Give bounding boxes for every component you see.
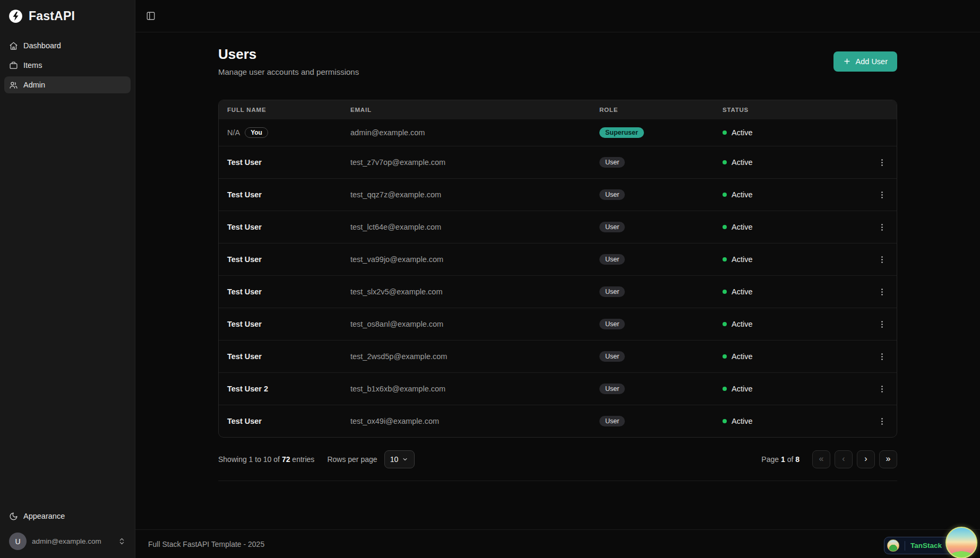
- status-dot-icon: [723, 322, 727, 326]
- table-row: Test Usertest_va99jo@example.comUserActi…: [219, 243, 897, 275]
- role-badge: User: [599, 254, 625, 265]
- add-user-button[interactable]: Add User: [833, 51, 897, 72]
- first-page-button[interactable]: «: [812, 450, 830, 468]
- chevron-down-icon: [402, 456, 408, 463]
- cell-email: test_ox49i@example.com: [350, 417, 599, 425]
- row-actions-button[interactable]: [874, 317, 889, 332]
- status-label: Active: [732, 255, 753, 264]
- role-badge: User: [599, 286, 625, 297]
- cell-full-name: Test User: [227, 320, 350, 328]
- users-icon: [9, 81, 18, 90]
- cell-actions: [867, 252, 897, 267]
- cell-full-name: N/AYou: [227, 127, 350, 138]
- more-vertical-icon: [878, 223, 887, 232]
- cell-full-name: Test User: [227, 255, 350, 264]
- rows-per-page-label: Rows per page: [327, 455, 377, 464]
- page-title-block: Users Manage user accounts and permissio…: [218, 46, 359, 76]
- appearance-button[interactable]: Appearance: [4, 508, 131, 525]
- total-pages: 8: [795, 455, 800, 464]
- cell-status: Active: [723, 190, 867, 199]
- more-vertical-icon: [878, 385, 887, 394]
- cell-status: Active: [723, 320, 867, 328]
- cell-status: Active: [723, 128, 867, 137]
- rows-per-page-value: 10: [390, 455, 399, 464]
- role-badge: User: [599, 319, 625, 329]
- status-dot-icon: [723, 419, 727, 423]
- add-user-label: Add User: [856, 57, 888, 66]
- cell-email: test_qqz7z@example.com: [350, 190, 599, 199]
- column-header-email: Email: [350, 107, 599, 113]
- table-row: Test User 2test_b1x6xb@example.comUserAc…: [219, 372, 897, 405]
- footer-text: Full Stack FastAPI Template - 2025: [148, 540, 264, 548]
- status-dot-icon: [723, 160, 727, 164]
- cell-role: User: [599, 351, 723, 362]
- cell-email: test_va99jo@example.com: [350, 255, 599, 264]
- user-menu[interactable]: U admin@example.com: [4, 530, 131, 553]
- status-label: Active: [732, 385, 753, 393]
- role-badge: User: [599, 383, 625, 394]
- more-vertical-icon: [878, 287, 887, 297]
- next-page-button[interactable]: ›: [857, 450, 875, 468]
- sidebar-item-dashboard[interactable]: Dashboard: [4, 37, 131, 54]
- cell-email: test_os8anl@example.com: [350, 320, 599, 328]
- app-root: FastAPI DashboardItemsAdmin Appearance U…: [0, 0, 980, 558]
- status-dot-icon: [723, 387, 727, 391]
- brand-name: FastAPI: [29, 9, 75, 23]
- page-header: Users Manage user accounts and permissio…: [218, 46, 897, 76]
- tanstack-island-logo-icon[interactable]: [945, 527, 977, 558]
- sidebar-item-admin[interactable]: Admin: [4, 76, 131, 93]
- cell-status: Active: [723, 158, 867, 167]
- tanstack-label: TanStack: [910, 542, 942, 550]
- last-page-button[interactable]: »: [879, 450, 897, 468]
- row-actions-button[interactable]: [874, 349, 889, 364]
- status-dot-icon: [723, 225, 727, 229]
- cell-full-name: Test User: [227, 223, 350, 231]
- row-actions-button[interactable]: [874, 381, 889, 396]
- rows-per-page-select[interactable]: 10: [384, 450, 415, 468]
- cell-role: User: [599, 157, 723, 168]
- cell-actions: [867, 414, 897, 429]
- more-vertical-icon: [878, 352, 887, 361]
- pagination-summary: Showing 1 to 10 of 72 entries Rows per p…: [218, 450, 415, 468]
- table-body: N/AYouadmin@example.comSuperuserActiveTe…: [219, 119, 897, 437]
- sidebar-toggle-button[interactable]: [143, 8, 158, 23]
- row-actions-button[interactable]: [874, 284, 889, 299]
- page-subtitle: Manage user accounts and permissions: [218, 67, 359, 76]
- table-row: N/AYouadmin@example.comSuperuserActive: [219, 119, 897, 146]
- sidebar-item-items[interactable]: Items: [4, 57, 131, 74]
- row-actions-button[interactable]: [874, 414, 889, 429]
- status-dot-icon: [723, 257, 727, 261]
- pagination-controls: Page 1 of 8 «‹›»: [761, 450, 897, 468]
- cell-email: test_2wsd5p@example.com: [350, 352, 599, 361]
- cell-status: Active: [723, 223, 867, 231]
- cell-status: Active: [723, 385, 867, 393]
- cell-actions: [867, 317, 897, 332]
- page-content: Users Manage user accounts and permissio…: [218, 32, 897, 529]
- tanstack-devtools-pill[interactable]: TanStack: [884, 537, 973, 554]
- row-actions-button[interactable]: [874, 220, 889, 234]
- tanstack-small-logo-icon: [887, 539, 899, 552]
- row-actions-button[interactable]: [874, 187, 889, 202]
- more-vertical-icon: [878, 158, 887, 167]
- column-header-role: Role: [599, 107, 723, 113]
- plus-icon: [843, 57, 851, 65]
- page-title: Users: [218, 46, 359, 63]
- status-dot-icon: [723, 193, 727, 197]
- brand: FastAPI: [0, 0, 135, 29]
- cell-email: test_slx2v5@example.com: [350, 287, 599, 296]
- role-badge: User: [599, 351, 625, 362]
- role-badge: User: [599, 222, 625, 232]
- column-header-status: Status: [723, 107, 867, 113]
- cell-email: test_lct64e@example.com: [350, 223, 599, 231]
- sidebar-item-label: Admin: [23, 81, 45, 89]
- status-label: Active: [732, 352, 753, 361]
- row-actions-button[interactable]: [874, 155, 889, 170]
- home-icon: [9, 41, 18, 50]
- row-actions-button[interactable]: [874, 252, 889, 267]
- sidebar-item-label: Items: [23, 61, 42, 69]
- cell-full-name: Test User 2: [227, 385, 350, 393]
- status-label: Active: [732, 128, 753, 137]
- cell-status: Active: [723, 287, 867, 296]
- tanstack-devtools: TanStack: [884, 537, 973, 554]
- previous-page-button[interactable]: ‹: [835, 450, 853, 468]
